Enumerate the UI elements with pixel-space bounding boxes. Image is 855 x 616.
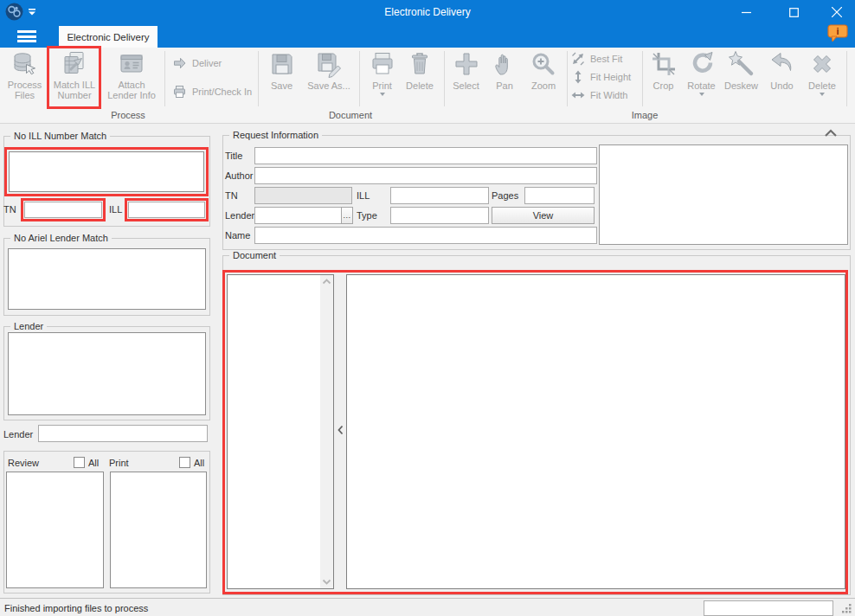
print-all-label: All (194, 458, 204, 468)
rotate-arrow-icon (688, 50, 716, 78)
name-input[interactable] (254, 227, 597, 244)
pages-input[interactable] (524, 187, 595, 204)
view-button[interactable]: View (492, 207, 595, 224)
delete-document-button[interactable]: Delete (400, 49, 440, 101)
lender-list[interactable] (8, 332, 206, 415)
delete-image-button[interactable]: Delete (801, 49, 843, 101)
tab-label: Electronic Delivery (67, 32, 149, 42)
ill-label: ILL (109, 204, 122, 215)
fit-width-button[interactable]: Fit Width (571, 87, 627, 103)
review-all-checkbox[interactable] (74, 457, 85, 468)
resize-grip-icon[interactable] (840, 602, 852, 614)
rotate-button[interactable]: Rotate (683, 49, 720, 101)
best-fit-button[interactable]: Best Fit (571, 51, 622, 67)
close-button[interactable] (820, 0, 854, 24)
ribbon-separator (642, 51, 643, 106)
group-title: Lender (10, 321, 47, 331)
button-label: Save (262, 80, 301, 91)
status-message: Finished importing files to process (4, 603, 148, 613)
deliver-button[interactable]: Deliver (172, 55, 222, 71)
save-as-button[interactable]: Save As... (302, 49, 356, 101)
process-files-button[interactable]: Process Files (4, 49, 45, 108)
button-label: Crop (646, 80, 681, 91)
printer-icon (369, 50, 396, 78)
group-title: Document (229, 250, 280, 260)
annotation-box-no-ill-list (4, 147, 209, 196)
print-list-label: Print (109, 458, 129, 468)
review-label: Review (8, 458, 39, 468)
select-button[interactable]: Select (447, 49, 485, 101)
author-label: Author (225, 170, 253, 181)
button-label: Undo (764, 80, 800, 91)
print-all-checkbox[interactable] (179, 457, 190, 468)
ribbon-tab-row: Electronic Delivery (0, 26, 855, 48)
diagonal-arrows-icon (571, 52, 585, 66)
rotate-dropdown-caret (699, 93, 704, 96)
deskew-button[interactable]: Deskew (721, 49, 762, 101)
help-bubble-button[interactable]: i (827, 24, 848, 43)
title-input[interactable] (254, 147, 597, 164)
lender-input[interactable] (38, 425, 208, 442)
author-input[interactable] (254, 167, 597, 184)
crop-frame-icon (650, 50, 678, 78)
fit-height-button[interactable]: Fit Height (571, 69, 631, 85)
pan-button[interactable]: Pan (486, 49, 523, 101)
status-panel (704, 600, 833, 616)
lender-req-label: Lender (225, 210, 254, 221)
button-label: Pan (486, 80, 523, 91)
main-menu-button[interactable] (7, 26, 54, 48)
minimize-button[interactable] (729, 0, 763, 24)
type-input[interactable] (390, 207, 489, 224)
database-cursor-icon (11, 50, 39, 78)
zoom-button[interactable]: Zoom (524, 49, 562, 101)
ribbon-separator (444, 51, 445, 106)
ribbon: Process Files Match ILL Number Attach Le… (0, 48, 855, 124)
undo-arrow-icon (768, 50, 796, 78)
print-check-in-button[interactable]: Print/Check In (172, 84, 252, 99)
attach-lender-info-button[interactable]: Attach Lender Info (106, 49, 158, 108)
lender-req-input[interactable] (254, 207, 342, 224)
tab-electronic-delivery[interactable]: Electronic Delivery (59, 26, 158, 48)
crop-button[interactable]: Crop (646, 49, 681, 101)
button-label: Deliver (192, 58, 222, 68)
button-label: Best Fit (590, 54, 622, 64)
name-label: Name (225, 230, 250, 241)
tn-field-input (254, 187, 352, 204)
lender-browse-button[interactable]: ... (341, 207, 353, 224)
minimize-icon (742, 8, 751, 17)
close-icon (832, 7, 842, 17)
maximize-button[interactable] (776, 0, 811, 24)
button-label: Fit Height (590, 72, 631, 82)
delete-dropdown-caret (820, 93, 825, 96)
button-label: Select (447, 80, 485, 91)
ill-field-input[interactable] (390, 187, 489, 204)
ribbon-separator (567, 51, 568, 106)
chevron-up-icon (823, 128, 839, 138)
undo-button[interactable]: Undo (764, 49, 800, 101)
floppy-pencil-icon (315, 50, 343, 78)
button-label: Delete (801, 80, 843, 91)
window-title: Electronic Delivery (0, 6, 855, 18)
print-button[interactable]: Print (363, 49, 401, 101)
lender-field-label: Lender (3, 429, 33, 440)
plus-cross-icon (453, 50, 480, 78)
pages-label: Pages (492, 190, 518, 201)
save-button[interactable]: Save (262, 49, 301, 101)
review-list[interactable] (6, 472, 104, 588)
print-list[interactable] (110, 472, 207, 588)
button-label: Deskew (721, 80, 762, 91)
maximize-icon (789, 8, 799, 17)
collapse-group-button[interactable] (823, 128, 842, 140)
request-notes-box[interactable] (599, 144, 848, 245)
ill-field-label: ILL (357, 190, 370, 201)
review-print-panel: Review All Print All (3, 451, 210, 594)
hamburger-icon (17, 30, 36, 33)
ribbon-group-label-image: Image (601, 110, 688, 120)
no-ariel-lender-list[interactable] (8, 248, 206, 310)
ribbon-separator (359, 51, 360, 106)
button-label: Print (363, 80, 401, 91)
horizontal-arrows-icon (571, 88, 585, 102)
ribbon-group-label-process: Process (85, 110, 171, 120)
button-label: Print/Check In (192, 87, 252, 97)
ribbon-group-label-document: Document (307, 110, 394, 120)
